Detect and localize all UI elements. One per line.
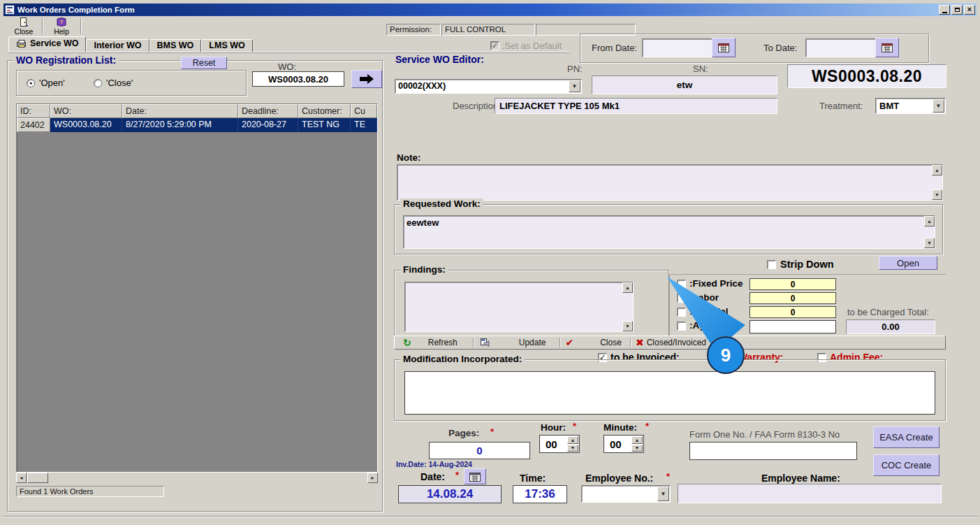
work-orders-completion-form-window: { "window": { "title": "Work Orders Comp… [0,0,980,525]
radio-close[interactable]: 'Close' [94,78,133,88]
hour-spinner[interactable]: 00 ▲ ▼ [539,435,580,453]
employee-no-combobox[interactable]: ▼ [581,485,671,503]
coc-create-button[interactable]: COC Create [873,454,939,476]
minute-down-button[interactable]: ▼ [631,445,643,452]
closed-invoiced-button[interactable]: Closed/Invoiced [647,338,706,347]
from-date-calendar-button[interactable] [712,38,736,57]
radio-open[interactable]: ● 'Open' [27,78,65,88]
hscroll-thumb[interactable] [27,473,48,483]
close-toolbar-button[interactable]: Close [8,17,40,36]
description-field[interactable]: LIFEJACKET TYPE 105 Mk1 [495,98,777,114]
set-as-default-checkbox[interactable]: ✓ [490,41,499,50]
fixed-price-checkbox[interactable] [677,280,686,289]
note-scroll-up-button[interactable]: ▲ [932,165,942,175]
to-date-calendar-button[interactable] [875,38,899,57]
modification-textarea[interactable] [404,371,935,415]
findings-scroll-up-button[interactable]: ▲ [622,282,633,293]
pages-field[interactable]: 0 [429,442,530,459]
wo-registration-list-group: WO Registration List: Reset ● 'Open' 'Cl… [7,60,383,512]
pn-combobox[interactable]: 00002(XXX) ▼ [395,79,582,94]
employee-no-required-marker: * [666,471,670,482]
close-record-button[interactable]: Close [600,338,622,347]
labor-field[interactable]: 0 [749,292,836,304]
col-header-wo[interactable]: WO: [50,104,122,118]
agreed-checkbox[interactable] [677,322,686,331]
set-as-default-control[interactable]: ✓ :Set as Default [490,41,562,51]
agreed-label: :Agreed [689,320,725,331]
scroll-left-button[interactable]: ◄ [16,473,27,483]
time-value: 17:36 [525,487,555,501]
sn-label: SN: [693,64,708,74]
printer-icon [16,39,27,48]
to-date-input[interactable] [805,38,877,57]
hour-down-button[interactable]: ▼ [567,445,578,452]
service-wo-editor-group: Service WO Editor: PN: 00002(XXX) ▼ SN: … [391,60,950,512]
rw-scroll-up-button[interactable]: ▲ [924,216,935,226]
strip-down-control[interactable]: Strip Down [767,259,834,270]
col-header-customer[interactable]: Customer: [298,104,351,118]
close-window-button[interactable]: × [964,5,975,15]
tab-lms-wo[interactable]: LMS WO [201,39,252,52]
from-date-input[interactable] [642,38,713,57]
set-as-default-label: :Set as Default [502,41,562,51]
note-textarea[interactable]: ▲ ▼ [397,164,943,201]
rw-scroll-down-button[interactable]: ▼ [924,238,935,248]
col-header-date[interactable]: Date: [122,104,238,118]
hour-up-button[interactable]: ▲ [567,436,578,444]
refresh-button[interactable]: Refresh [428,338,458,347]
cell-wo: WS0003.08.20 [50,118,122,132]
agreed-field[interactable] [749,320,836,333]
update-button[interactable]: Update [519,338,546,347]
pn-value: 00002(XXX) [398,81,446,91]
date-calendar-button[interactable] [464,468,486,484]
wo-search-input[interactable] [252,71,344,87]
col-header-id[interactable]: ID: [17,104,50,118]
note-scroll-down-button[interactable]: ▼ [932,189,942,200]
material-value: 0 [791,308,796,317]
material-field[interactable]: 0 [749,306,836,318]
radio-close-button[interactable] [94,79,102,87]
main-toolbar: Close ? Help Permission: FULL CONTROL [3,16,977,36]
material-checkbox[interactable] [677,308,686,317]
scroll-right-button[interactable]: ► [367,473,378,483]
time-field[interactable]: 17:36 [513,485,567,503]
help-toolbar-button[interactable]: ? Help [45,17,78,36]
charged-total-label: to be Charged Total: [847,307,929,317]
closed-invoiced-icon: ✖ [636,337,644,348]
fixed-price-field[interactable]: 0 [749,278,836,290]
form-one-input[interactable] [689,442,857,460]
strip-down-checkbox[interactable] [767,260,776,269]
tab-bms-wo[interactable]: BMS WO [149,39,202,52]
findings-textarea[interactable]: ▲ ▼ [404,282,634,332]
pn-dropdown-button[interactable]: ▼ [569,80,580,92]
svg-text:?: ? [60,19,64,25]
minimize-button[interactable] [939,5,950,15]
restore-button[interactable] [951,5,963,15]
table-row[interactable]: 24402 WS0003.08.20 8/27/2020 5:29:00 PM … [17,118,377,132]
form-one-label: Form One No. / FAA Form 8130-3 No [689,429,840,440]
sn-field[interactable]: etw [592,75,777,94]
easa-create-button[interactable]: EASA Create [873,426,939,448]
labor-checkbox[interactable] [677,294,686,303]
open-button[interactable]: Open [879,256,937,270]
tab-service-wo[interactable]: Service WO [8,36,86,52]
findings-label: Findings: [400,264,448,275]
col-header-deadline[interactable]: Deadline: [238,104,298,118]
treatment-dropdown-button[interactable]: ▼ [933,99,944,113]
radio-open-label: 'Open' [39,78,65,88]
radio-open-button[interactable]: ● [27,79,35,87]
minute-up-button[interactable]: ▲ [631,436,643,444]
charged-total-value: 0.00 [882,322,899,332]
go-to-wo-button[interactable] [351,70,382,88]
tab-interior-wo[interactable]: Interior WO [86,39,149,52]
employee-no-dropdown-button[interactable]: ▼ [657,487,669,501]
wo-table-hscrollbar[interactable]: ◄ ► [16,473,378,483]
permission-value: FULL CONTROL [445,25,506,34]
minute-spinner[interactable]: 00 ▲ ▼ [604,435,644,453]
requested-work-textarea[interactable]: eewtew ▲ ▼ [403,215,935,249]
treatment-combobox[interactable]: BMT ▼ [875,98,946,114]
reset-button[interactable]: Reset [181,57,227,69]
findings-scroll-down-button[interactable]: ▼ [622,321,633,331]
col-header-cu[interactable]: Cu [351,104,377,118]
date-field[interactable]: 14.08.24 [398,485,502,503]
